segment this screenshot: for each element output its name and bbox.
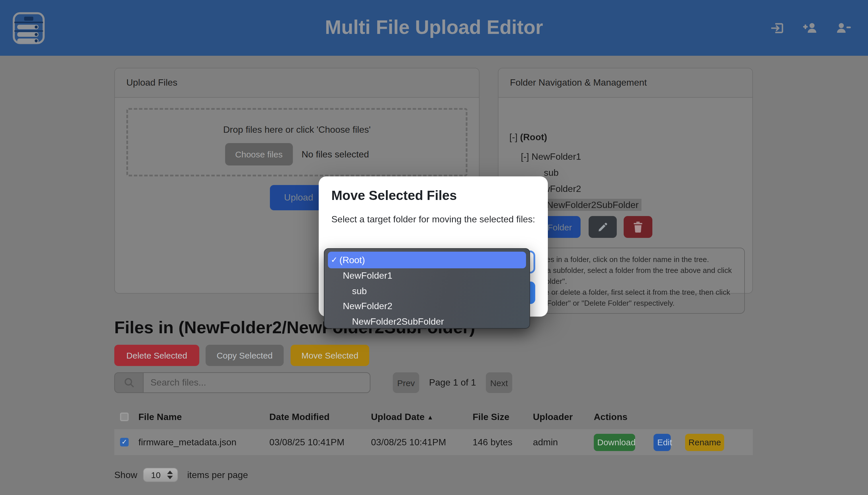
option-newfolder2subfolder[interactable]: NewFolder2SubFolder — [328, 314, 526, 329]
copy-selected-button[interactable]: Copy Selected — [206, 345, 284, 366]
page-status: Page 1 of 1 — [425, 372, 480, 393]
file-dropzone[interactable]: Drop files here or click 'Choose files' … — [126, 108, 467, 176]
rename-button[interactable]: Rename — [685, 433, 724, 451]
sort-asc-icon: ▲ — [427, 413, 433, 420]
option-root[interactable]: ✓(Root) — [328, 252, 526, 268]
next-page-button[interactable]: Next — [486, 372, 512, 393]
table-row: ✓ firmware_metadata.json 03/08/25 10:41P… — [114, 429, 753, 455]
files-table: File Name Date Modified Upload Date ▲ Fi… — [114, 410, 753, 455]
app-header: Multi File Upload Editor — [0, 0, 868, 56]
choose-files-button[interactable]: Choose files — [225, 143, 293, 166]
prev-page-button[interactable]: Prev — [393, 372, 419, 393]
trash-icon — [633, 221, 643, 233]
cell-upload-date: 03/08/25 10:41PM — [371, 437, 473, 447]
cell-file-size: 146 bytes — [473, 437, 533, 447]
delete-selected-button[interactable]: Delete Selected — [114, 345, 199, 366]
option-newfolder1[interactable]: NewFolder1 — [328, 268, 526, 284]
pencil-icon — [597, 222, 608, 233]
per-page-label: items per page — [187, 467, 248, 483]
select-all-checkbox[interactable] — [120, 412, 129, 421]
tree-item-root[interactable]: [-] (Root) — [498, 130, 763, 145]
search-input[interactable] — [143, 372, 370, 393]
col-file-size[interactable]: File Size — [473, 412, 533, 422]
stepper-icon — [167, 471, 173, 479]
search-icon — [114, 372, 144, 393]
login-icon[interactable] — [770, 21, 784, 35]
col-upload-date[interactable]: Upload Date ▲ — [371, 412, 473, 422]
user-add-icon[interactable] — [802, 21, 817, 35]
modal-body-text: Select a target folder for moving the se… — [331, 212, 536, 226]
edit-button[interactable]: Edit — [654, 433, 671, 451]
upload-panel-title: Upload Files — [115, 68, 479, 98]
col-uploader[interactable]: Uploader — [533, 412, 594, 422]
tree-item-newfolder1[interactable]: [-] NewFolder1 — [498, 149, 775, 164]
dropzone-hint: Drop files here or click 'Choose files' — [128, 125, 466, 135]
row-checkbox[interactable]: ✓ — [120, 438, 129, 446]
folder-panel-title: Folder Navigation & Management — [498, 68, 752, 98]
cell-file-name: firmware_metadata.json — [138, 437, 269, 447]
check-icon: ✓ — [331, 252, 337, 268]
cell-uploader: admin — [533, 437, 594, 447]
show-label: Show — [114, 467, 137, 483]
screen: Multi File Upload Editor — [0, 0, 868, 495]
cell-date-modified: 03/08/25 10:41PM — [269, 437, 371, 447]
col-date-modified[interactable]: Date Modified — [269, 412, 371, 422]
page-title: Multi File Upload Editor — [0, 16, 868, 38]
rename-folder-button[interactable] — [589, 216, 617, 238]
delete-folder-button[interactable] — [624, 216, 652, 238]
user-remove-icon[interactable] — [836, 21, 851, 35]
target-folder-dropdown: ✓(Root) NewFolder1 sub NewFolder2 NewFol… — [324, 248, 530, 329]
col-file-name[interactable]: File Name — [138, 412, 269, 422]
no-files-text: No files selected — [301, 149, 369, 159]
option-newfolder2[interactable]: NewFolder2 — [328, 299, 526, 314]
download-button[interactable]: Download — [594, 433, 635, 451]
table-header: File Name Date Modified Upload Date ▲ Fi… — [114, 410, 753, 424]
move-selected-button[interactable]: Move Selected — [290, 345, 369, 366]
page-size-select[interactable]: 10 — [143, 468, 178, 482]
page-size-value: 10 — [151, 468, 160, 481]
col-actions: Actions — [594, 412, 753, 422]
option-sub[interactable]: sub — [328, 284, 526, 299]
modal-title: Move Selected Files — [331, 188, 457, 203]
